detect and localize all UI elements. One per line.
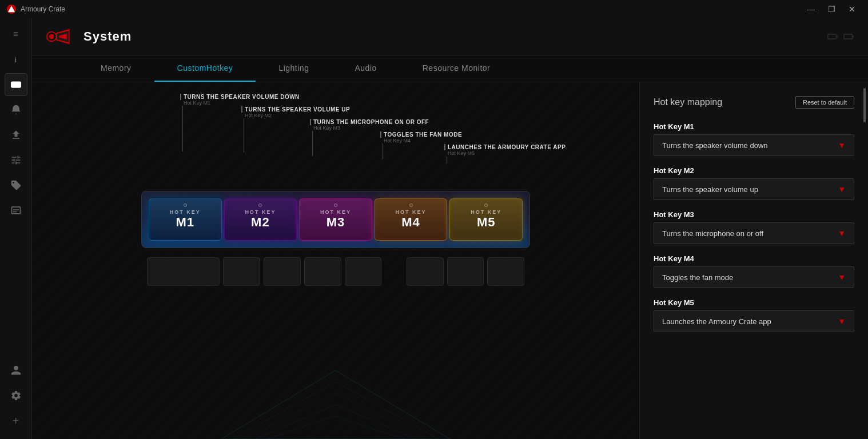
mapping-dropdown-m1[interactable]: Turns the speaker volume down ▼ <box>654 134 854 156</box>
hotkey-panel: Hot key mapping Reset to default Hot Key… <box>639 82 868 439</box>
mapping-item-m2: Hot Key M2 Turns the speaker volume up ▼ <box>654 166 854 200</box>
bottom-key-7[interactable] <box>447 257 484 286</box>
mapping-item-m5: Hot Key M5 Launches the Armoury Crate ap… <box>654 298 854 332</box>
tab-memory[interactable]: Memory <box>78 55 154 82</box>
bottom-key-8[interactable] <box>487 257 524 286</box>
sidebar-item-menu[interactable]: ≡ <box>5 23 27 46</box>
dropdown-arrow-m5: ▼ <box>838 317 846 326</box>
annotations: TURNS THE SPEAKER VOLUME DOWN Hot Key M1… <box>141 94 530 191</box>
bottom-keyboard-keys <box>141 257 530 286</box>
minimize-button[interactable]: — <box>802 3 820 15</box>
sidebar-item-settings[interactable] <box>5 384 27 407</box>
svg-marker-17 <box>267 416 404 439</box>
mapping-value-m1: Turns the speaker volume down <box>662 141 768 150</box>
app-icon <box>7 5 16 14</box>
mapping-item-m1: Hot Key M1 Turns the speaker volume down… <box>654 122 854 156</box>
dropdown-arrow-m4: ▼ <box>838 273 846 282</box>
mapping-label-m2: Hot Key M2 <box>654 166 854 175</box>
title-bar-left: Armoury Crate <box>7 5 65 14</box>
hotkey-m1[interactable]: HOT KEY M1 <box>149 198 222 241</box>
title-bar: Armoury Crate — ❐ ✕ <box>0 0 868 18</box>
dropdown-arrow-m3: ▼ <box>838 229 846 238</box>
tab-audio[interactable]: Audio <box>332 55 399 82</box>
sidebar-item-info[interactable]: i <box>5 48 27 71</box>
sidebar-item-add[interactable]: + <box>5 409 27 432</box>
annotation-m5: LAUNCHES THE ARMOURY CRATE APP Hot Key M… <box>444 144 566 164</box>
sidebar-item-upload[interactable] <box>5 123 27 146</box>
header-right <box>827 31 854 42</box>
svg-rect-12 <box>853 35 854 37</box>
svg-marker-0 <box>8 6 15 12</box>
svg-marker-16 <box>256 405 416 439</box>
mapping-item-m4: Hot Key M4 Toggles the fan mode ▼ <box>654 254 854 288</box>
keyboard-area: TURNS THE SPEAKER VOLUME DOWN Hot Key M1… <box>32 82 639 439</box>
hotkey-m5[interactable]: HOT KEY M5 <box>449 198 523 241</box>
mapping-dropdown-m3[interactable]: Turns the microphone on or off ▼ <box>654 222 854 244</box>
panel-title: Hot key mapping <box>654 97 722 107</box>
hotkey-m3-dot <box>334 203 337 207</box>
content-area: System Memory CustomHotkey Lighting Audi… <box>32 18 868 439</box>
mapping-value-m5: Launches the Armoury Crate app <box>662 317 771 326</box>
mapping-label-m1: Hot Key M1 <box>654 122 854 131</box>
svg-marker-15 <box>244 393 427 439</box>
sidebar-item-keyboard[interactable] <box>5 73 27 96</box>
hotkey-m4-dot <box>409 203 413 207</box>
hotkey-m2-dot <box>258 203 262 207</box>
mapping-dropdown-m5[interactable]: Launches the Armoury Crate app ▼ <box>654 310 854 332</box>
mapping-label-m4: Hot Key M4 <box>654 254 854 263</box>
bottom-decoration <box>221 370 450 439</box>
app-title: Armoury Crate <box>21 5 65 13</box>
hotkey-m3[interactable]: HOT KEY M3 <box>299 198 372 241</box>
mapping-label-m3: Hot Key M3 <box>654 210 854 219</box>
mapping-dropdown-m2[interactable]: Turns the speaker volume up ▼ <box>654 178 854 200</box>
sidebar: ≡ i <box>0 18 32 439</box>
svg-rect-9 <box>828 34 837 39</box>
sidebar-item-tag[interactable] <box>5 174 27 197</box>
header: System <box>32 18 868 55</box>
maximize-button[interactable]: ❐ <box>822 3 841 15</box>
sidebar-item-notifications[interactable] <box>5 98 27 121</box>
sidebar-item-card[interactable] <box>5 199 27 222</box>
dropdown-arrow-m2: ▼ <box>838 185 846 194</box>
reset-to-default-button[interactable]: Reset to default <box>795 96 854 109</box>
svg-marker-13 <box>221 370 450 439</box>
tab-lighting[interactable]: Lighting <box>256 55 332 82</box>
mapping-dropdown-m4[interactable]: Toggles the fan mode ▼ <box>654 266 854 288</box>
close-button[interactable]: ✕ <box>843 3 861 15</box>
title-bar-controls: — ❐ ✕ <box>802 3 861 15</box>
sidebar-bottom: + <box>5 359 27 439</box>
hotkey-m1-dot <box>184 203 187 207</box>
bottom-key-2[interactable] <box>223 257 260 286</box>
bottom-key-1[interactable] <box>147 257 220 286</box>
tab-customhotkey[interactable]: CustomHotkey <box>154 55 256 82</box>
panel-header: Hot key mapping Reset to default <box>654 96 854 109</box>
bottom-key-3[interactable] <box>264 257 301 286</box>
panel-scrollbar[interactable] <box>863 88 866 122</box>
mapping-item-m3: Hot Key M3 Turns the microphone on or of… <box>654 210 854 244</box>
mapping-value-m4: Toggles the fan mode <box>662 273 733 282</box>
svg-rect-11 <box>844 34 853 39</box>
mapping-value-m3: Turns the microphone on or off <box>662 229 763 238</box>
tabs: Memory CustomHotkey Lighting Audio Resou… <box>32 55 868 82</box>
mapping-label-m5: Hot Key M5 <box>654 298 854 307</box>
svg-point-8 <box>49 34 54 39</box>
main-content: TURNS THE SPEAKER VOLUME DOWN Hot Key M1… <box>32 82 868 439</box>
bottom-key-gap <box>385 257 403 286</box>
tab-resource-monitor[interactable]: Resource Monitor <box>400 55 513 82</box>
svg-marker-14 <box>233 382 439 439</box>
bottom-key-4[interactable] <box>304 257 341 286</box>
bottom-key-6[interactable] <box>407 257 444 286</box>
svg-rect-1 <box>11 82 21 87</box>
header-title: System <box>83 29 132 44</box>
dropdown-arrow-m1: ▼ <box>838 141 846 150</box>
sidebar-item-sliders[interactable] <box>5 149 27 171</box>
hotkey-m5-dot <box>484 203 488 207</box>
bottom-key-5[interactable] <box>345 257 382 286</box>
mapping-value-m2: Turns the speaker volume up <box>662 185 758 194</box>
sidebar-item-user[interactable] <box>5 359 27 382</box>
hotkey-m4[interactable]: HOT KEY M4 <box>375 198 448 241</box>
hotkey-row: HOT KEY M1 HOT KEY M2 HOT KEY M3 <box>141 191 530 248</box>
svg-rect-10 <box>837 35 838 37</box>
hotkey-m2[interactable]: HOT KEY M2 <box>224 198 297 241</box>
rog-logo <box>46 25 74 48</box>
